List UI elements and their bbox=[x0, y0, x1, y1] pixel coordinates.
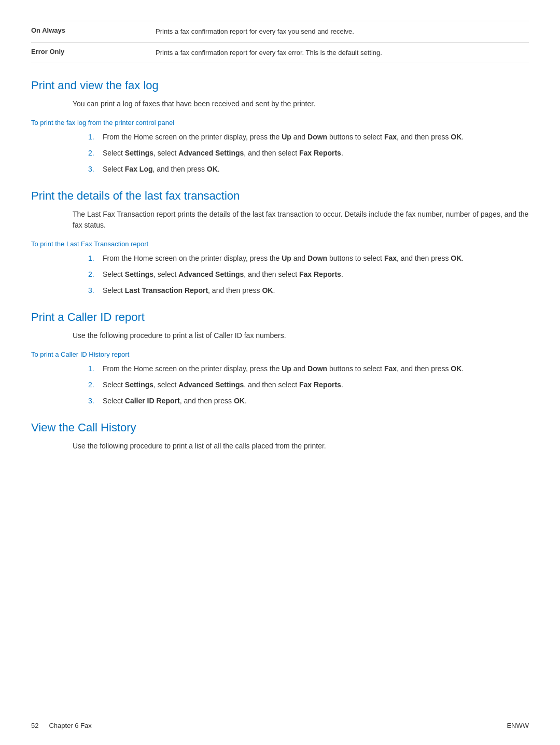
section-print-fax-log: Print and view the fax logYou can print … bbox=[31, 79, 529, 175]
steps-list-print-fax-log-0: 1. From the Home screen on the printer d… bbox=[88, 132, 529, 175]
table-cell-label: On Always bbox=[31, 26, 156, 37]
step-text: Select Caller ID Report, and then press … bbox=[103, 396, 529, 406]
step-number: 3. bbox=[88, 396, 103, 406]
step-text: From the Home screen on the printer disp… bbox=[103, 132, 529, 143]
steps-list-print-caller-id-0: 1. From the Home screen on the printer d… bbox=[88, 363, 529, 406]
sub-heading-print-last-fax-0: To print the Last Fax Transaction report bbox=[31, 240, 529, 248]
step-number: 3. bbox=[88, 285, 103, 296]
table-row: On Always Prints a fax confirmation repo… bbox=[31, 21, 529, 43]
step-item: 3. Select Last Transaction Report, and t… bbox=[88, 285, 529, 296]
step-text: Select Settings, select Advanced Setting… bbox=[103, 148, 529, 159]
chapter-label: Chapter 6 Fax bbox=[49, 722, 91, 729]
step-number: 1. bbox=[88, 132, 103, 143]
step-number: 1. bbox=[88, 253, 103, 264]
step-number: 2. bbox=[88, 148, 103, 159]
section-intro-print-last-fax: The Last Fax Transaction report prints t… bbox=[73, 209, 529, 231]
sub-heading-print-caller-id-0: To print a Caller ID History report bbox=[31, 350, 529, 358]
table-cell-description: Prints a fax confirmation report for eve… bbox=[156, 48, 529, 58]
section-intro-print-caller-id: Use the following procedure to print a l… bbox=[73, 330, 529, 341]
section-print-last-fax: Print the details of the last fax transa… bbox=[31, 189, 529, 296]
section-intro-print-fax-log: You can print a log of faxes that have b… bbox=[73, 99, 529, 109]
step-item: 3. Select Fax Log, and then press OK. bbox=[88, 164, 529, 175]
step-number: 1. bbox=[88, 363, 103, 374]
section-heading-print-last-fax: Print the details of the last fax transa… bbox=[31, 189, 529, 203]
step-text: Select Settings, select Advanced Setting… bbox=[103, 269, 529, 280]
content-sections: Print and view the fax logYou can print … bbox=[31, 79, 529, 452]
step-text: Select Settings, select Advanced Setting… bbox=[103, 379, 529, 390]
sub-heading-print-fax-log-0: To print the fax log from the printer co… bbox=[31, 119, 529, 126]
table-row: Error Only Prints a fax confirmation rep… bbox=[31, 43, 529, 64]
locale-label: ENWW bbox=[507, 722, 529, 729]
step-text: Select Last Transaction Report, and then… bbox=[103, 285, 529, 296]
step-item: 3. Select Caller ID Report, and then pre… bbox=[88, 396, 529, 406]
step-text: From the Home screen on the printer disp… bbox=[103, 363, 529, 374]
steps-list-print-last-fax-0: 1. From the Home screen on the printer d… bbox=[88, 253, 529, 296]
section-intro-view-call-history: Use the following procedure to print a l… bbox=[73, 441, 529, 452]
table-cell-description: Prints a fax confirmation report for eve… bbox=[156, 26, 529, 37]
step-number: 2. bbox=[88, 379, 103, 390]
step-text: From the Home screen on the printer disp… bbox=[103, 253, 529, 264]
step-item: 2. Select Settings, select Advanced Sett… bbox=[88, 379, 529, 390]
step-item: 1. From the Home screen on the printer d… bbox=[88, 363, 529, 374]
page-number: 52 bbox=[31, 722, 38, 729]
page-footer: 52 Chapter 6 Fax ENWW bbox=[31, 722, 529, 729]
section-heading-view-call-history: View the Call History bbox=[31, 421, 529, 434]
step-item: 2. Select Settings, select Advanced Sett… bbox=[88, 269, 529, 280]
settings-table: On Always Prints a fax confirmation repo… bbox=[31, 21, 529, 63]
section-print-caller-id: Print a Caller ID reportUse the followin… bbox=[31, 311, 529, 406]
step-text: Select Fax Log, and then press OK. bbox=[103, 164, 529, 175]
section-heading-print-fax-log: Print and view the fax log bbox=[31, 79, 529, 92]
step-item: 1. From the Home screen on the printer d… bbox=[88, 253, 529, 264]
step-number: 2. bbox=[88, 269, 103, 280]
step-item: 1. From the Home screen on the printer d… bbox=[88, 132, 529, 143]
step-item: 2. Select Settings, select Advanced Sett… bbox=[88, 148, 529, 159]
section-view-call-history: View the Call HistoryUse the following p… bbox=[31, 421, 529, 452]
section-heading-print-caller-id: Print a Caller ID report bbox=[31, 311, 529, 324]
step-number: 3. bbox=[88, 164, 103, 175]
table-cell-label: Error Only bbox=[31, 48, 156, 58]
